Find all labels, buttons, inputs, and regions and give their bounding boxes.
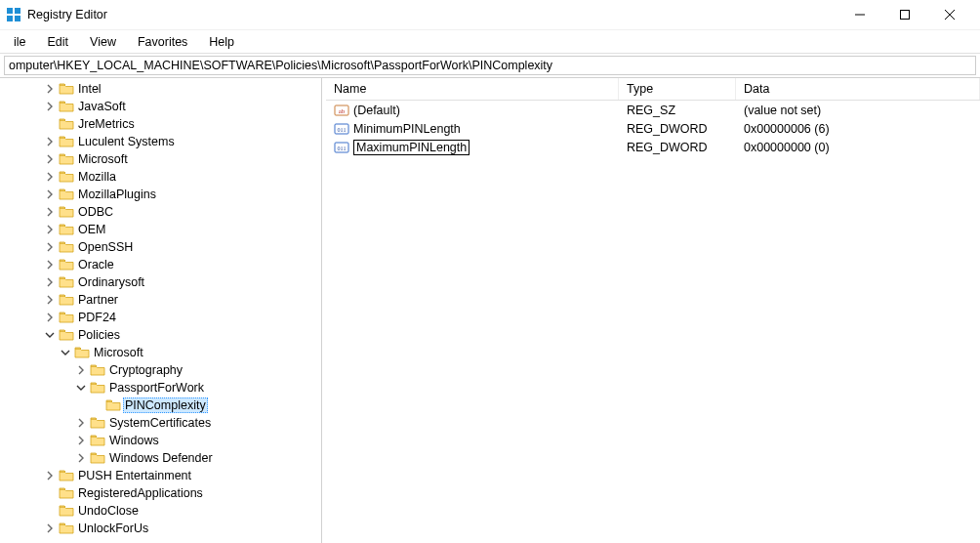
tree-node[interactable]: UnlockForUs xyxy=(0,520,321,537)
tree-node[interactable]: Ordinarysoft xyxy=(0,273,321,291)
chevron-right-icon[interactable] xyxy=(43,100,57,113)
chevron-down-icon[interactable] xyxy=(74,381,88,395)
tree-node-label[interactable]: PINComplexity xyxy=(123,397,208,413)
tree-node[interactable]: PUSH Entertainment xyxy=(0,467,321,484)
chevron-right-icon[interactable] xyxy=(43,152,57,166)
tree-node-label[interactable]: Ordinarysoft xyxy=(76,275,146,289)
tree-node[interactable]: Microsoft xyxy=(0,150,321,168)
tree-node-label[interactable]: Policies xyxy=(76,328,122,342)
values-list[interactable]: ab(Default)REG_SZ(value not set)011Minim… xyxy=(326,101,980,543)
tree-node-label[interactable]: Mozilla xyxy=(76,170,118,184)
svg-rect-5 xyxy=(901,10,910,19)
tree-node[interactable]: ODBC xyxy=(0,203,321,221)
tree-node[interactable]: PDF24 xyxy=(0,309,321,326)
chevron-right-icon[interactable] xyxy=(43,82,57,96)
svg-rect-3 xyxy=(15,16,20,21)
chevron-right-icon[interactable] xyxy=(43,223,57,236)
header-type[interactable]: Type xyxy=(619,78,736,100)
maximize-button[interactable] xyxy=(882,0,927,29)
tree-node[interactable]: JavaSoft xyxy=(0,98,321,115)
tree-node-label[interactable]: UnlockForUs xyxy=(76,522,150,535)
tree-node[interactable]: Windows Defender xyxy=(0,449,321,467)
tree-node[interactable]: Luculent Systems xyxy=(0,133,321,150)
menu-file[interactable]: ile xyxy=(4,33,36,51)
tree-node[interactable]: Partner xyxy=(0,291,321,309)
tree-node[interactable]: UndoClose xyxy=(0,502,321,520)
tree-node[interactable]: MozillaPlugins xyxy=(0,186,321,203)
tree-node[interactable]: OEM xyxy=(0,221,321,238)
value-row[interactable]: ab(Default)REG_SZ(value not set) xyxy=(326,101,980,119)
menu-edit[interactable]: Edit xyxy=(38,33,79,51)
titlebar: Registry Editor xyxy=(0,0,980,29)
chevron-right-icon[interactable] xyxy=(43,170,57,184)
tree-node[interactable]: OpenSSH xyxy=(0,238,321,256)
tree-node-label[interactable]: Windows Defender xyxy=(107,451,215,465)
chevron-down-icon[interactable] xyxy=(43,328,57,342)
folder-icon xyxy=(74,346,90,359)
tree-node-label[interactable]: PDF24 xyxy=(76,311,118,324)
header-data[interactable]: Data xyxy=(736,78,980,100)
tree-node[interactable]: Mozilla xyxy=(0,168,321,186)
tree-node-label[interactable]: Cryptography xyxy=(107,363,184,377)
tree-node-label[interactable]: UndoClose xyxy=(76,504,141,518)
tree-node-label[interactable]: SystemCertificates xyxy=(107,416,213,430)
header-name[interactable]: Name xyxy=(326,78,619,100)
value-row[interactable]: 011MaximumPINLengthREG_DWORD0x00000000 (… xyxy=(326,138,980,156)
chevron-right-icon[interactable] xyxy=(74,451,88,465)
chevron-right-icon[interactable] xyxy=(43,135,57,148)
tree-node[interactable]: PINComplexity xyxy=(0,397,321,414)
chevron-right-icon[interactable] xyxy=(43,205,57,219)
tree-node[interactable]: Cryptography xyxy=(0,361,321,379)
tree-node-label[interactable]: RegisteredApplications xyxy=(76,486,205,500)
chevron-down-icon[interactable] xyxy=(59,346,72,359)
folder-icon xyxy=(59,135,74,148)
value-name[interactable]: MaximumPINLength xyxy=(353,140,470,155)
menu-help[interactable]: Help xyxy=(199,33,244,51)
tree-node-label[interactable]: OEM xyxy=(76,223,107,236)
tree-node[interactable]: Oracle xyxy=(0,256,321,273)
tree-node-label[interactable]: PUSH Entertainment xyxy=(76,469,193,482)
chevron-right-icon[interactable] xyxy=(43,258,57,272)
chevron-right-icon[interactable] xyxy=(43,240,57,254)
value-name[interactable]: MinimumPINLength xyxy=(353,122,461,136)
tree-node-label[interactable]: ODBC xyxy=(76,205,115,219)
chevron-right-icon[interactable] xyxy=(74,363,88,377)
tree-node[interactable]: Microsoft xyxy=(0,344,321,361)
chevron-right-icon[interactable] xyxy=(43,293,57,307)
tree-node-label[interactable]: MozillaPlugins xyxy=(76,188,158,201)
tree-node-label[interactable]: JavaSoft xyxy=(76,100,128,113)
tree-node-label[interactable]: Microsoft xyxy=(76,152,130,166)
address-input[interactable] xyxy=(4,56,976,75)
tree-node-label[interactable]: PassportForWork xyxy=(107,381,206,395)
tree-pane[interactable]: IntelJavaSoftJreMetricsLuculent SystemsM… xyxy=(0,78,322,543)
tree-node[interactable]: SystemCertificates xyxy=(0,414,321,432)
chevron-right-icon[interactable] xyxy=(43,188,57,201)
chevron-right-icon[interactable] xyxy=(74,434,88,447)
value-data: 0x00000006 (6) xyxy=(736,122,980,136)
minimize-button[interactable] xyxy=(837,0,882,29)
tree-node-label[interactable]: Microsoft xyxy=(92,346,145,359)
close-button[interactable] xyxy=(927,0,972,29)
tree-node[interactable]: Windows xyxy=(0,432,321,449)
menu-view[interactable]: View xyxy=(80,33,126,51)
menu-favorites[interactable]: Favorites xyxy=(128,33,197,51)
chevron-right-icon[interactable] xyxy=(74,416,88,430)
tree-node-label[interactable]: Partner xyxy=(76,293,120,307)
tree-node-label[interactable]: Luculent Systems xyxy=(76,135,177,148)
tree-node-label[interactable]: Windows xyxy=(107,434,161,447)
value-row[interactable]: 011MinimumPINLengthREG_DWORD0x00000006 (… xyxy=(326,119,980,138)
tree-node[interactable]: JreMetrics xyxy=(0,115,321,133)
tree-node-label[interactable]: Intel xyxy=(76,82,103,96)
tree-node-label[interactable]: Oracle xyxy=(76,258,116,272)
tree-node-label[interactable]: JreMetrics xyxy=(76,117,137,131)
tree-node[interactable]: Policies xyxy=(0,326,321,344)
tree-node-label[interactable]: OpenSSH xyxy=(76,240,135,254)
chevron-right-icon[interactable] xyxy=(43,522,57,535)
value-name[interactable]: (Default) xyxy=(353,104,400,117)
tree-node[interactable]: RegisteredApplications xyxy=(0,484,321,502)
chevron-right-icon[interactable] xyxy=(43,275,57,289)
chevron-right-icon[interactable] xyxy=(43,469,57,482)
tree-node[interactable]: Intel xyxy=(0,80,321,98)
tree-node[interactable]: PassportForWork xyxy=(0,379,321,397)
chevron-right-icon[interactable] xyxy=(43,311,57,324)
